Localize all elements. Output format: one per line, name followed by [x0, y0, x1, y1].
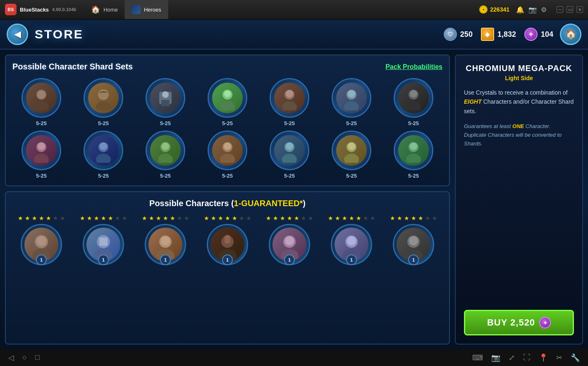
- buy-button[interactable]: BUY 2,520 ✦: [464, 310, 574, 335]
- char-label-3: 5-25: [160, 120, 171, 126]
- list-item[interactable]: 5-25: [74, 78, 132, 126]
- list-item[interactable]: ★ ★ ★ ★ ★ ★ ★: [323, 215, 380, 265]
- share-icon[interactable]: ✂: [556, 353, 562, 362]
- star-row: ★ ★ ★ ★ ★ ★ ★: [390, 215, 438, 221]
- hero-badge-3: 1: [160, 254, 171, 265]
- recents-nav-icon[interactable]: □: [35, 353, 40, 362]
- star-row: ★ ★ ★ ★ ★ ★ ★: [79, 215, 128, 221]
- left-panel: Possible Character Shard Sets Pack Proba…: [5, 55, 450, 345]
- list-item[interactable]: ★ ★ ★ ★ ★ ★ ★: [385, 215, 442, 265]
- star: ★: [397, 215, 402, 221]
- char-face-14: [398, 135, 429, 166]
- char-face-5: [274, 83, 305, 113]
- hero-badge-5: 1: [284, 254, 295, 265]
- possible-characters-section: Possible Characters (1-GUARANTEED*) ★ ★ …: [5, 191, 450, 345]
- star: ★: [211, 215, 216, 221]
- svg-point-22: [38, 143, 45, 150]
- screenshot-icon[interactable]: 📷: [491, 353, 500, 362]
- list-item[interactable]: 5-25: [12, 78, 70, 126]
- char-grid-row2: 5-25: [12, 131, 442, 179]
- list-item[interactable]: 5-25: [12, 131, 70, 179]
- shards-title: Possible Character Shard Sets: [12, 62, 133, 71]
- pack-description-2: Guarantees at least ONE Character. Dupli…: [464, 122, 574, 302]
- store-top-bar: ◀ STORE 🛡 250 ◆ 1,832 ✦ 104 🏠: [0, 20, 588, 50]
- star: ★: [80, 215, 85, 221]
- svg-point-28: [162, 143, 169, 150]
- list-item[interactable]: ★ ★ ★ ★ ★ ★ ★: [136, 215, 194, 265]
- pack-probabilities-link[interactable]: Pack Probabilities: [385, 63, 442, 71]
- location-icon[interactable]: 📍: [539, 353, 548, 362]
- hero-portrait-wrap-2: 1: [83, 224, 124, 265]
- tools-icon[interactable]: 🔧: [571, 353, 580, 362]
- svg-point-57: [347, 236, 356, 245]
- notification-icon[interactable]: 🔔: [516, 6, 524, 14]
- list-item[interactable]: 5-25: [136, 131, 194, 179]
- list-item[interactable]: ★ ★ ★ ★ ★ ★ ★: [198, 215, 256, 265]
- hero-badge-1: 1: [36, 254, 47, 265]
- tab-heroes[interactable]: Heroes: [125, 0, 168, 19]
- title-prefix: Possible Characters (: [149, 199, 234, 208]
- star: ★: [280, 215, 285, 221]
- svg-point-16: [348, 90, 355, 97]
- star: ★: [294, 215, 299, 221]
- hero-badge-4: 1: [222, 254, 233, 265]
- restore-btn[interactable]: ▭: [566, 6, 573, 13]
- char-portrait-4: [208, 78, 247, 118]
- star: ★: [46, 215, 51, 221]
- list-item[interactable]: 5-25: [385, 78, 442, 126]
- star-empty: ★: [432, 215, 437, 221]
- char-face-10: [150, 135, 181, 166]
- list-item[interactable]: ★ ★ ★ ★ ★ ★ ★: [261, 215, 318, 265]
- list-item[interactable]: 5-25: [323, 78, 380, 126]
- star-empty: ★: [301, 215, 306, 221]
- main-content: Possible Character Shard Sets Pack Proba…: [0, 50, 588, 349]
- star: ★: [273, 215, 278, 221]
- char-label-13: 5-25: [346, 173, 357, 179]
- expand-icon[interactable]: ⤢: [509, 353, 515, 362]
- tab-home-label: Home: [103, 7, 118, 13]
- fullscreen-icon[interactable]: ⛶: [523, 353, 531, 362]
- close-btn[interactable]: ✕: [576, 6, 583, 13]
- star: ★: [18, 215, 23, 221]
- list-item[interactable]: 5-25: [198, 131, 256, 179]
- list-item[interactable]: 5-25: [198, 78, 256, 126]
- shield-value: 250: [460, 30, 473, 39]
- char-face-4: [212, 83, 243, 113]
- keyboard-icon[interactable]: ⌨: [472, 353, 483, 362]
- list-item[interactable]: 5-25: [261, 78, 318, 126]
- right-panel: CHROMIUM MEGA-PACK Light Side Use Crysta…: [455, 55, 583, 345]
- home-button[interactable]: 🏠: [560, 24, 581, 45]
- hero-badge-6: 1: [346, 254, 357, 265]
- list-item[interactable]: 5-25: [136, 78, 194, 126]
- svg-point-1: [34, 101, 49, 110]
- star: ★: [108, 215, 113, 221]
- list-item[interactable]: ★ ★ ★ ★ ★ ★ ★: [12, 215, 70, 265]
- settings-icon[interactable]: ⚙: [541, 6, 547, 14]
- list-item[interactable]: 5-25: [323, 131, 380, 179]
- star: ★: [342, 215, 347, 221]
- svg-point-60: [409, 236, 418, 245]
- char-label-9: 5-25: [98, 173, 109, 179]
- star-empty: ★: [53, 215, 58, 221]
- bottom-right-icons: ⌨ 📷 ⤢ ⛶ 📍 ✂ 🔧: [472, 353, 580, 362]
- top-bar-currencies: 🛡 250 ◆ 1,832 ✦ 104: [444, 28, 553, 41]
- list-item[interactable]: ★ ★ ★ ★ ★ ★ ★: [74, 215, 132, 265]
- svg-point-25: [100, 143, 107, 150]
- minimize-btn[interactable]: ─: [557, 6, 563, 13]
- possible-characters-title: Possible Characters (1-GUARANTEED*): [12, 199, 442, 208]
- bottom-nav-icons: ◁ ○ □: [8, 353, 40, 362]
- home-nav-icon[interactable]: ○: [22, 353, 27, 362]
- back-button[interactable]: ◀: [7, 24, 28, 45]
- svg-point-15: [344, 101, 359, 110]
- char-label-8: 5-25: [36, 173, 47, 179]
- list-item[interactable]: 5-25: [74, 131, 132, 179]
- star: ★: [101, 215, 106, 221]
- char-label-6: 5-25: [346, 120, 357, 126]
- back-nav-icon[interactable]: ◁: [8, 353, 14, 362]
- tab-home[interactable]: 🏠 Home: [84, 0, 125, 19]
- list-item[interactable]: 5-25: [261, 131, 318, 179]
- camera-icon[interactable]: 📷: [528, 6, 537, 14]
- taskbar-tabs: 🏠 Home Heroes: [84, 0, 168, 19]
- star: ★: [328, 215, 333, 221]
- list-item[interactable]: 5-25: [385, 131, 442, 179]
